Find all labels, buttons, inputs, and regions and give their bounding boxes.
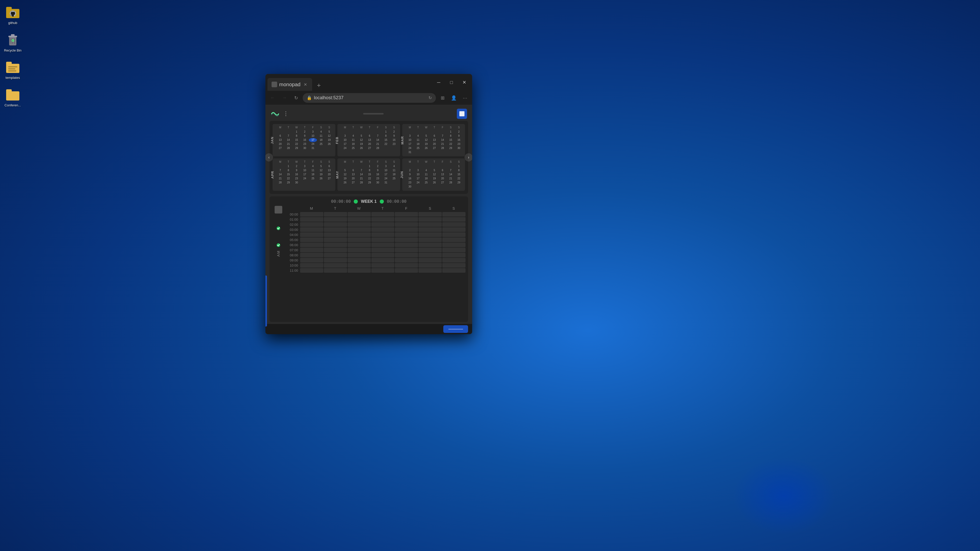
slot-0800-t[interactable] — [324, 253, 347, 257]
slot-0700-f[interactable] — [395, 248, 418, 252]
slot-0600-m[interactable] — [300, 243, 323, 247]
slot-0800-t2[interactable] — [371, 253, 395, 257]
app-menu-button[interactable]: ⋮ — [282, 110, 290, 118]
slot-0900-t[interactable] — [324, 258, 347, 262]
slot-0400-t[interactable] — [324, 232, 347, 237]
slot-0200-f[interactable] — [395, 222, 418, 227]
slot-0300-s2[interactable] — [442, 227, 466, 232]
slot-0700-s[interactable] — [418, 248, 442, 252]
slot-0100-s[interactable] — [418, 217, 442, 222]
slot-0500-s2[interactable] — [442, 238, 466, 242]
slot-0800-s[interactable] — [418, 253, 442, 257]
slot-1100-t2[interactable] — [371, 268, 395, 273]
maximize-button[interactable]: □ — [445, 76, 457, 88]
slot-0400-f[interactable] — [395, 232, 418, 237]
extensions-button[interactable]: ⊞ — [438, 93, 448, 103]
minimize-button[interactable]: ─ — [433, 76, 445, 88]
desktop-icon-github[interactable]: github — [3, 5, 23, 25]
slot-0700-s2[interactable] — [442, 248, 466, 252]
slot-0400-s2[interactable] — [442, 232, 466, 237]
refresh-button[interactable]: ↻ — [291, 93, 301, 103]
slot-0400-t2[interactable] — [371, 232, 395, 237]
slot-0100-s2[interactable] — [442, 217, 466, 222]
slot-0300-t[interactable] — [324, 227, 347, 232]
slot-0000-f[interactable] — [395, 212, 418, 217]
slot-0500-w[interactable] — [348, 238, 371, 242]
slot-0200-m[interactable] — [300, 222, 323, 227]
slot-1100-s[interactable] — [418, 268, 442, 273]
slot-0000-s2[interactable] — [442, 212, 466, 217]
slot-0700-m[interactable] — [300, 248, 323, 252]
tab-close-button[interactable]: ✕ — [302, 82, 308, 87]
slot-1000-s2[interactable] — [442, 263, 466, 268]
slot-0300-t2[interactable] — [371, 227, 395, 232]
slot-0000-s[interactable] — [418, 212, 442, 217]
slot-0000-t2[interactable] — [371, 212, 395, 217]
slot-0200-s[interactable] — [418, 222, 442, 227]
slot-0000-w[interactable] — [348, 212, 371, 217]
slot-0500-m[interactable] — [300, 238, 323, 242]
slot-0700-w[interactable] — [348, 248, 371, 252]
slot-0500-t2[interactable] — [371, 238, 395, 242]
slot-0800-w[interactable] — [348, 253, 371, 257]
settings-button[interactable]: ⋯ — [460, 93, 470, 103]
slot-0200-w[interactable] — [348, 222, 371, 227]
slot-0300-w[interactable] — [348, 227, 371, 232]
slot-0900-s2[interactable] — [442, 258, 466, 262]
slot-1100-s2[interactable] — [442, 268, 466, 273]
slot-0800-f[interactable] — [395, 253, 418, 257]
slot-0800-m[interactable] — [300, 253, 323, 257]
slot-1000-t[interactable] — [324, 263, 347, 268]
forward-button[interactable]: → — [279, 93, 290, 103]
slot-1000-w[interactable] — [348, 263, 371, 268]
slot-0400-m[interactable] — [300, 232, 323, 237]
desktop-icon-templates[interactable]: templates — [3, 60, 23, 80]
back-button[interactable]: ← — [267, 93, 278, 103]
slot-0400-w[interactable] — [348, 232, 371, 237]
calendar-prev-button[interactable]: ‹ — [266, 153, 273, 162]
slot-1100-f[interactable] — [395, 268, 418, 273]
new-tab-button[interactable]: + — [313, 79, 325, 91]
slot-0900-s[interactable] — [418, 258, 442, 262]
profile-button[interactable]: 👤 — [449, 93, 459, 103]
view-toggle-button[interactable] — [457, 109, 467, 119]
slot-0500-f[interactable] — [395, 238, 418, 242]
slot-0100-t2[interactable] — [371, 217, 395, 222]
slot-0600-f[interactable] — [395, 243, 418, 247]
slot-0600-s[interactable] — [418, 243, 442, 247]
slot-0300-f[interactable] — [395, 227, 418, 232]
slot-0400-s[interactable] — [418, 232, 442, 237]
slot-1000-m[interactable] — [300, 263, 323, 268]
slot-0900-w[interactable] — [348, 258, 371, 262]
slot-0100-w[interactable] — [348, 217, 371, 222]
slot-0200-t2[interactable] — [371, 222, 395, 227]
slot-0900-t2[interactable] — [371, 258, 395, 262]
desktop-icon-conference[interactable]: Conferen... — [3, 87, 23, 107]
slot-0600-w[interactable] — [348, 243, 371, 247]
address-bar[interactable]: 🔒 localhost:5237 ↻ — [303, 93, 436, 103]
slot-0100-m[interactable] — [300, 217, 323, 222]
slot-0500-s[interactable] — [418, 238, 442, 242]
slot-1100-m[interactable] — [300, 268, 323, 273]
slot-1000-f[interactable] — [395, 263, 418, 268]
slot-0100-t[interactable] — [324, 217, 347, 222]
slot-0100-f[interactable] — [395, 217, 418, 222]
slot-0000-m[interactable] — [300, 212, 323, 217]
slot-0700-t2[interactable] — [371, 248, 395, 252]
close-button[interactable]: ✕ — [458, 76, 470, 88]
slot-0200-s2[interactable] — [442, 222, 466, 227]
confirm-button[interactable]: ───── — [443, 325, 468, 333]
slot-0300-s[interactable] — [418, 227, 442, 232]
calendar-next-button[interactable]: › — [465, 153, 472, 162]
slot-0800-s2[interactable] — [442, 253, 466, 257]
slot-0600-t[interactable] — [324, 243, 347, 247]
slot-0900-m[interactable] — [300, 258, 323, 262]
slot-0000-t[interactable] — [324, 212, 347, 217]
slot-0500-t[interactable] — [324, 238, 347, 242]
slot-1100-t[interactable] — [324, 268, 347, 273]
browser-tab-monopad[interactable]: monopad ✕ — [267, 78, 312, 91]
slot-0600-s2[interactable] — [442, 243, 466, 247]
desktop-icon-recycle[interactable]: ♻ Recycle Bin — [3, 33, 23, 52]
slot-0900-f[interactable] — [395, 258, 418, 262]
slot-0600-t2[interactable] — [371, 243, 395, 247]
